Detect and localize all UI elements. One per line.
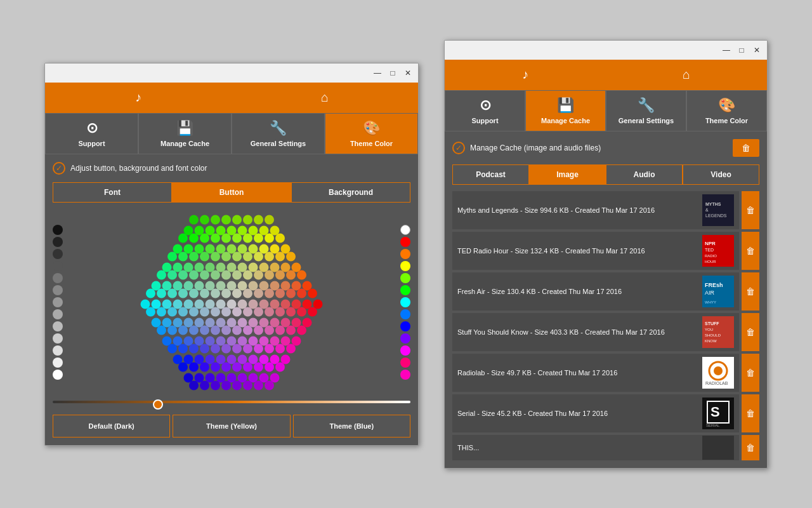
svg-point-107	[308, 288, 317, 298]
svg-point-192	[265, 344, 274, 353]
svg-point-231	[254, 380, 263, 390]
side-dot-13[interactable]	[400, 370, 410, 380]
close-btn-right[interactable]: ✕	[752, 46, 762, 55]
svg-point-65	[178, 270, 188, 279]
maximize-btn-right[interactable]: □	[737, 46, 747, 55]
svg-point-193	[275, 344, 285, 353]
podcast-delete-4[interactable]: 🗑	[742, 313, 759, 351]
podcast-delete-3[interactable]: 🗑	[742, 272, 759, 311]
gray-dot-1[interactable]	[53, 225, 63, 235]
svg-text:LEGENDS: LEGENDS	[705, 213, 727, 218]
gray-dot-4[interactable]	[53, 261, 63, 271]
music-tab-left[interactable]: ♪	[45, 83, 232, 113]
side-dot-6[interactable]	[400, 285, 410, 295]
podcast-item-6: Serial - Size 45.2 KB - Created Thu Mar …	[452, 394, 739, 432]
background-tab[interactable]: Background	[291, 182, 410, 203]
menu-bar-left: ⊙ Support 💾 Manage Cache 🔧 General Setti…	[45, 113, 418, 154]
image-tab[interactable]: Image	[529, 164, 606, 185]
side-dot-8[interactable]	[400, 309, 410, 319]
svg-point-227	[211, 380, 220, 390]
gray-dot-3[interactable]	[53, 249, 63, 259]
svg-point-214	[265, 362, 274, 371]
svg-point-184	[178, 344, 188, 353]
podcast-name-1: Myths and Legends - Size 994.6 KB - Crea…	[457, 206, 702, 214]
minimize-btn-left[interactable]: —	[372, 69, 383, 77]
close-btn-left[interactable]: ✕	[403, 69, 413, 77]
theme-yellow-btn[interactable]: Theme (Yellow)	[173, 415, 290, 438]
svg-point-26	[275, 233, 285, 243]
cache-check-icon: ✓	[452, 142, 465, 154]
svg-point-131	[211, 307, 220, 316]
svg-point-129	[189, 307, 199, 316]
side-dot-1[interactable]	[400, 225, 410, 235]
menu-support-right[interactable]: ⊙ Support	[445, 90, 525, 131]
font-tab[interactable]: Font	[53, 182, 172, 203]
svg-point-70	[232, 270, 242, 279]
side-dot-7[interactable]	[400, 297, 410, 307]
menu-cache-left[interactable]: 💾 Manage Cache	[138, 113, 232, 154]
svg-point-168	[286, 325, 296, 335]
podcast-tab[interactable]: Podcast	[452, 164, 529, 185]
podcast-delete-1[interactable]: 🗑	[742, 191, 759, 229]
podcast-name-3: Fresh Air - Size 130.4 KB - Created Thu …	[457, 288, 702, 295]
svg-text:SHOULD: SHOULD	[705, 333, 721, 337]
menu-theme-right[interactable]: 🎨 Theme Color	[686, 90, 767, 131]
gray-dot-12[interactable]	[53, 358, 63, 368]
podcast-item-7: THIS...	[452, 435, 739, 460]
cache-icon-right: 💾	[557, 97, 574, 114]
podcast-delete-7[interactable]: 🗑	[742, 435, 759, 460]
podcast-delete-6[interactable]: 🗑	[742, 394, 759, 432]
gray-dot-13[interactable]	[53, 370, 63, 380]
side-dot-11[interactable]	[400, 345, 410, 356]
gray-dot-11[interactable]	[53, 345, 63, 356]
menu-theme-left[interactable]: 🎨 Theme Color	[325, 113, 418, 154]
menu-settings-right[interactable]: 🔧 General Settings	[606, 90, 686, 131]
list-item: TED Radio Hour - Size 132.4 KB - Created…	[452, 232, 759, 270]
svg-point-190	[243, 344, 252, 353]
side-dot-10[interactable]	[400, 333, 410, 344]
gray-dot-8[interactable]	[53, 309, 63, 319]
side-dot-4[interactable]	[400, 261, 410, 271]
video-tab[interactable]: Video	[683, 164, 759, 185]
svg-point-212	[243, 362, 252, 371]
gray-dot-2[interactable]	[53, 237, 63, 247]
gray-dot-9[interactable]	[53, 321, 63, 331]
menu-support-left[interactable]: ⊙ Support	[45, 113, 138, 154]
music-tab-right[interactable]: ♪	[445, 60, 606, 90]
podcast-delete-5[interactable]: 🗑	[742, 354, 759, 392]
side-dot-2[interactable]	[400, 237, 410, 247]
delete-all-button[interactable]: 🗑	[733, 139, 759, 157]
podcast-name-5: Radiolab - Size 49.7 KB - Created Thu Ma…	[457, 369, 702, 377]
color-wheel[interactable]	[124, 210, 339, 394]
gray-dot-5[interactable]	[53, 273, 63, 283]
default-dark-btn[interactable]: Default (Dark)	[53, 415, 170, 438]
menu-cache-right[interactable]: 💾 Manage Cache	[525, 90, 606, 131]
minimize-btn-right[interactable]: —	[721, 46, 731, 55]
side-dot-9[interactable]	[400, 321, 410, 331]
podcast-delete-2[interactable]: 🗑	[742, 232, 759, 270]
svg-text:&: &	[705, 208, 709, 212]
theme-blue-btn[interactable]: Theme (Blue)	[293, 415, 410, 438]
audio-tab[interactable]: Audio	[606, 164, 683, 185]
svg-point-161	[211, 325, 220, 335]
button-tab[interactable]: Button	[172, 182, 291, 203]
home-tab-left[interactable]: ⌂	[232, 83, 418, 113]
svg-point-75	[286, 270, 296, 279]
gray-dot-6[interactable]	[53, 285, 63, 295]
color-wheel-container[interactable]	[68, 210, 395, 394]
brightness-track[interactable]	[53, 401, 410, 403]
svg-point-140	[308, 307, 317, 316]
gray-dot-10[interactable]	[53, 333, 63, 344]
svg-point-23	[243, 233, 252, 243]
svg-point-93	[157, 288, 166, 298]
brightness-thumb[interactable]	[153, 399, 163, 410]
side-dot-12[interactable]	[400, 358, 410, 368]
side-dot-5[interactable]	[400, 273, 410, 283]
maximize-btn-left[interactable]: □	[388, 69, 398, 77]
home-tab-right[interactable]: ⌂	[606, 60, 767, 90]
side-dot-3[interactable]	[400, 249, 410, 259]
svg-point-189	[232, 344, 242, 353]
svg-point-215	[275, 362, 285, 371]
gray-dot-7[interactable]	[53, 297, 63, 307]
menu-settings-left[interactable]: 🔧 General Settings	[232, 113, 325, 154]
